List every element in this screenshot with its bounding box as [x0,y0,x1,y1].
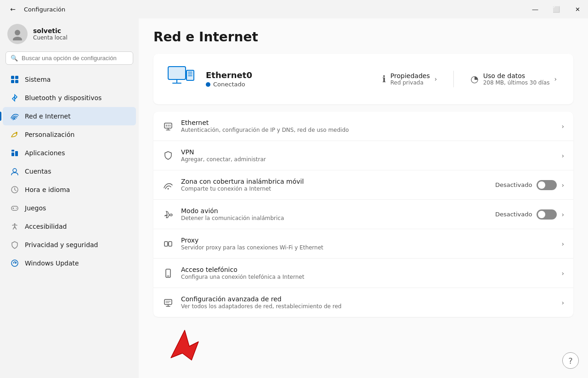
data-usage-action[interactable]: ◔ Uso de datos 208 MB, últimos 30 días › [465,68,562,90]
settings-item-vpn[interactable]: VPN Agregar, conectar, administrar › [153,141,573,170]
item-texts-proxy: Proxy Servidor proxy para las conexiones… [181,237,554,251]
sidebar: solvetic Cuenta local 🔍 Sistema [0,18,139,378]
item-right-proxy: › [561,240,564,248]
svg-point-0 [15,30,20,35]
nav-label-sistema: Sistema [25,76,51,83]
toggle-avion[interactable] [537,209,557,220]
search-box[interactable]: 🔍 [6,51,133,65]
item-sub-acceso: Configura una conexión telefónica a Inte… [181,274,554,280]
properties-title: Propiedades [390,72,430,79]
app-container: solvetic Cuenta local 🔍 Sistema [0,18,588,378]
nav-item-red[interactable]: Red e Internet [3,107,136,125]
nav-item-aplicaciones[interactable]: Aplicaciones [3,144,136,162]
avatar [7,24,28,44]
properties-icon: ℹ [382,73,386,85]
search-icon: 🔍 [11,55,18,62]
close-button[interactable]: ✕ [567,0,588,18]
sistema-icon [10,75,19,84]
settings-list: Ethernet Autenticación, configuración de… [153,112,573,317]
item-right-zona: Desactivado › [495,180,564,190]
svg-rect-2 [11,76,14,79]
bluetooth-icon [10,93,19,102]
item-title-ethernet: Ethernet [181,119,554,126]
settings-item-ethernet[interactable]: Ethernet Autenticación, configuración de… [153,112,573,141]
user-section[interactable]: solvetic Cuenta local [0,18,139,51]
nav-label-privacidad: Privacidad y seguridad [25,241,98,248]
titlebar: ← Configuración — ⬜ ✕ [0,0,588,18]
search-input[interactable] [22,55,128,62]
minimize-button[interactable]: — [525,0,546,18]
settings-item-config-avanzada[interactable]: Configuración avanzada de red Ver todos … [153,288,573,317]
help-button[interactable]: ? [562,352,579,369]
hora-icon [10,185,19,194]
settings-item-zona[interactable]: Zona con cobertura inalámbrica móvil Com… [153,170,573,200]
item-title-config-avanzada: Configuración avanzada de red [181,295,554,303]
properties-texts: Propiedades Red privada [390,72,430,86]
svg-point-1 [13,37,22,40]
item-title-zona: Zona con cobertura inalámbrica móvil [181,178,488,185]
svg-rect-3 [15,76,18,79]
toggle-zona[interactable] [537,180,557,190]
svg-rect-20 [168,67,186,79]
ethernet-status-label: Conectado [213,81,245,88]
nav-label-aplicaciones: Aplicaciones [25,149,65,157]
ethernet-status: Conectado [206,81,368,88]
page-title: Red e Internet [153,29,573,45]
nav-item-juegos[interactable]: Juegos [3,199,136,217]
chevron-acceso: › [561,270,564,277]
privacidad-icon [10,240,19,249]
svg-rect-8 [11,152,14,156]
settings-item-acceso[interactable]: Acceso telefónico Configura una conexión… [153,259,573,288]
zona-icon [163,180,174,191]
nav-item-bluetooth[interactable]: Bluetooth y dispositivos [3,89,136,107]
nav-label-bluetooth: Bluetooth y dispositivos [25,94,102,102]
ethernet-icon [163,121,174,132]
aplicaciones-icon [10,148,19,158]
ethernet-name: Ethernet0 [206,70,368,80]
red-icon [10,112,19,121]
avion-icon [163,209,174,220]
windows-update-icon [10,259,19,268]
nav-item-privacidad[interactable]: Privacidad y seguridad [3,236,136,254]
svg-point-16 [16,208,17,209]
nav-item-cuentas[interactable]: Cuentas [3,162,136,181]
ethernet-banner-icon [164,62,197,96]
nav-label-windows-update: Windows Update [25,260,79,267]
data-usage-sub: 208 MB, últimos 30 días [483,79,550,86]
item-title-avion: Modo avión [181,207,488,214]
toggle-label-avion: Desactivado [495,211,532,218]
svg-rect-5 [15,80,18,83]
item-sub-proxy: Servidor proxy para las conexiones Wi-Fi… [181,244,554,251]
item-sub-config-avanzada: Ver todos los adaptadores de red, restab… [181,303,554,310]
settings-item-proxy[interactable]: Proxy Servidor proxy para las conexiones… [153,229,573,259]
item-right-config-avanzada: › [561,299,564,306]
actions-divider [453,71,454,87]
svg-rect-38 [169,242,172,246]
window-controls: — ⬜ ✕ [525,0,588,18]
svg-point-6 [14,118,16,120]
vpn-icon [163,150,174,161]
nav-label-cuentas: Cuentas [25,168,51,175]
chevron-zona: › [561,181,564,189]
nav-item-windows-update[interactable]: Windows Update [3,254,136,272]
settings-item-avion[interactable]: Modo avión Detener la comunicación inalá… [153,200,573,229]
item-texts-zona: Zona con cobertura inalámbrica móvil Com… [181,178,488,192]
nav-item-personalizacion[interactable]: Personalización [3,125,136,144]
cuentas-icon [10,167,19,176]
juegos-icon [10,203,19,213]
svg-marker-47 [171,330,198,360]
chevron-config-avanzada: › [561,299,564,306]
properties-action[interactable]: ℹ Propiedades Red privada › [377,68,442,90]
content-area: Red e Internet Ethernet [139,18,588,378]
nav-item-sistema[interactable]: Sistema [3,70,136,89]
maximize-button[interactable]: ⬜ [546,0,567,18]
svg-rect-37 [164,242,168,246]
status-dot [206,82,210,87]
nav-item-accesibilidad[interactable]: Accesibilidad [3,217,136,236]
ethernet-actions: ℹ Propiedades Red privada › ◔ Uso de dat… [377,68,562,90]
back-button[interactable]: ← [6,2,20,17]
nav-item-hora[interactable]: Hora e idioma [3,181,136,199]
data-usage-chevron: › [554,75,557,83]
properties-sub: Red privada [390,79,430,86]
svg-point-17 [17,208,17,209]
